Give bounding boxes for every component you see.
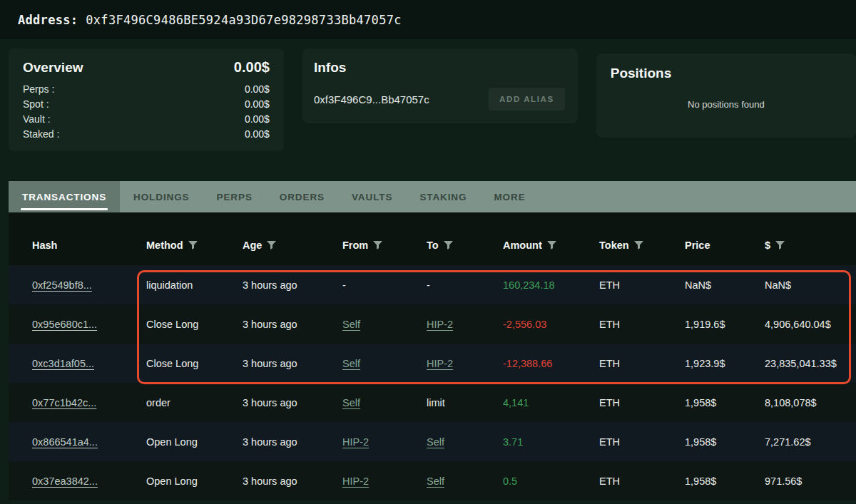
filter-icon[interactable]: [547, 241, 556, 250]
table-row: 0x95e680c1...Close Long3 hours agoSelfHI…: [9, 304, 856, 344]
overview-row-label: Staked :: [23, 127, 59, 142]
tab-orders[interactable]: ORDERS: [266, 181, 338, 212]
infos-title: Infos: [314, 60, 566, 76]
hash-link[interactable]: 0x77c1b42c...: [32, 397, 96, 408]
filter-icon[interactable]: [775, 241, 785, 250]
from-link[interactable]: Self: [342, 397, 360, 408]
from-cell: -: [342, 279, 346, 291]
method-cell: order: [146, 397, 170, 408]
column-header-amount: Amount: [503, 240, 599, 251]
overview-row-label: Perps :: [23, 82, 54, 97]
from-link[interactable]: Self: [342, 358, 360, 369]
table-row: 0xf2549bf8...liquidation3 hours ago--160…: [9, 265, 856, 304]
price-cell: 1,958$: [685, 436, 716, 448]
usd-cell: 4,906,640.04$: [765, 319, 831, 330]
column-label: Age: [243, 240, 262, 251]
price-cell: 1,923.9$: [685, 358, 725, 369]
filter-icon[interactable]: [267, 241, 276, 250]
usd-cell: 8,108,078$: [765, 397, 817, 408]
column-label: Hash: [32, 240, 57, 251]
age-cell: 3 hours ago: [243, 358, 297, 369]
token-cell: ETH: [599, 319, 620, 330]
column-label: Amount: [503, 240, 542, 251]
to-link[interactable]: HIP-2: [427, 358, 453, 369]
overview-row-label: Spot :: [23, 97, 49, 112]
from-link[interactable]: HIP-2: [342, 475, 369, 487]
from-link[interactable]: HIP-2: [342, 436, 369, 448]
address-label: Address:: [18, 13, 78, 27]
to-link[interactable]: Self: [427, 436, 444, 448]
amount-cell: -2,556.03: [503, 319, 546, 330]
transactions-table: HashMethodAgeFromToAmountTokenPrice$ 0xf…: [9, 212, 856, 500]
address-value: 0xf3F496C9486BE5924a93D67e98298733Bb4705…: [86, 13, 401, 27]
column-header-from: From: [342, 240, 427, 251]
amount-cell: -12,388.66: [503, 358, 552, 369]
method-cell: Open Long: [146, 475, 198, 487]
method-cell: Close Long: [146, 358, 198, 369]
column-label: Method: [146, 240, 183, 251]
price-cell: 1,958$: [685, 397, 716, 408]
method-cell: Close Long: [146, 319, 198, 330]
hash-link[interactable]: 0x37ea3842...: [32, 475, 98, 487]
summary-cards: Overview 0.00$ Perps : 0.00$ Spot : 0.00…: [0, 48, 856, 151]
filter-icon[interactable]: [444, 241, 453, 250]
token-cell: ETH: [599, 358, 620, 369]
to-link[interactable]: Self: [427, 475, 444, 487]
method-cell: Open Long: [146, 436, 198, 448]
overview-row-label: Vault :: [23, 112, 51, 127]
tab-transactions[interactable]: TRANSACTIONS: [9, 181, 120, 212]
infos-card: Infos 0xf3F496C9...Bb47057c ADD ALIAS: [302, 48, 578, 123]
usd-cell: NaN$: [765, 279, 791, 291]
tab-vaults[interactable]: VAULTS: [338, 181, 406, 212]
usd-cell: 971.56$: [765, 475, 802, 487]
column-header-price: Price: [685, 240, 765, 251]
tab-holdings[interactable]: HOLDINGS: [120, 181, 203, 212]
table-row: 0x37ea3842...Open Long3 hours agoHIP-2Se…: [9, 461, 856, 500]
column-label: From: [342, 240, 368, 251]
filter-icon[interactable]: [188, 241, 198, 250]
overview-total: 0.00$: [234, 59, 270, 76]
overview-row-vault: Vault : 0.00$: [23, 112, 270, 127]
age-cell: 3 hours ago: [243, 397, 297, 408]
overview-row-spot: Spot : 0.00$: [23, 97, 270, 112]
amount-cell: 160,234.18: [503, 279, 555, 291]
overview-row-value: 0.00$: [245, 127, 270, 142]
usd-cell: 23,835,041.33$: [765, 358, 837, 369]
hash-link[interactable]: 0xf2549bf8...: [32, 279, 92, 291]
overview-row-value: 0.00$: [245, 97, 270, 112]
column-header-hash: Hash: [32, 240, 146, 251]
to-cell: -: [427, 279, 430, 291]
age-cell: 3 hours ago: [243, 475, 297, 487]
hash-link[interactable]: 0xc3d1af05...: [32, 358, 94, 369]
hash-link[interactable]: 0x95e680c1...: [32, 319, 97, 330]
table-header: HashMethodAgeFromToAmountTokenPrice$: [9, 212, 856, 265]
table-row: 0x866541a4...Open Long3 hours agoHIP-2Se…: [9, 422, 856, 461]
filter-icon[interactable]: [373, 241, 382, 250]
price-cell: 1,958$: [685, 475, 716, 487]
column-label: $: [765, 240, 770, 251]
to-link[interactable]: HIP-2: [427, 319, 453, 330]
filter-icon[interactable]: [634, 241, 643, 250]
tab-perps[interactable]: PERPS: [203, 181, 266, 212]
positions-title: Positions: [611, 66, 842, 81]
column-header-age: Age: [243, 240, 342, 251]
positions-card: Positions No positions found: [596, 53, 856, 138]
overview-row-value: 0.00$: [245, 112, 270, 127]
hash-link[interactable]: 0x866541a4...: [32, 436, 98, 448]
amount-cell: 3.71: [503, 436, 523, 448]
from-link[interactable]: Self: [342, 319, 360, 330]
infos-address-short: 0xf3F496C9...Bb47057c: [314, 93, 429, 106]
overview-row-staked: Staked : 0.00$: [23, 127, 270, 142]
tab-more[interactable]: MORE: [480, 181, 539, 212]
method-cell: liquidation: [146, 279, 193, 291]
tab-bar: TRANSACTIONSHOLDINGSPERPSORDERSVAULTSSTA…: [9, 181, 856, 212]
add-alias-button[interactable]: ADD ALIAS: [489, 88, 565, 110]
tab-staking[interactable]: STAKING: [406, 181, 480, 212]
overview-row-value: 0.00$: [245, 82, 270, 97]
column-header-token: Token: [599, 240, 685, 251]
age-cell: 3 hours ago: [243, 279, 297, 291]
usd-cell: 7,271.62$: [765, 436, 811, 448]
table-body: 0xf2549bf8...liquidation3 hours ago--160…: [9, 265, 856, 500]
price-cell: 1,919.6$: [685, 319, 725, 330]
column-label: Price: [685, 240, 710, 251]
